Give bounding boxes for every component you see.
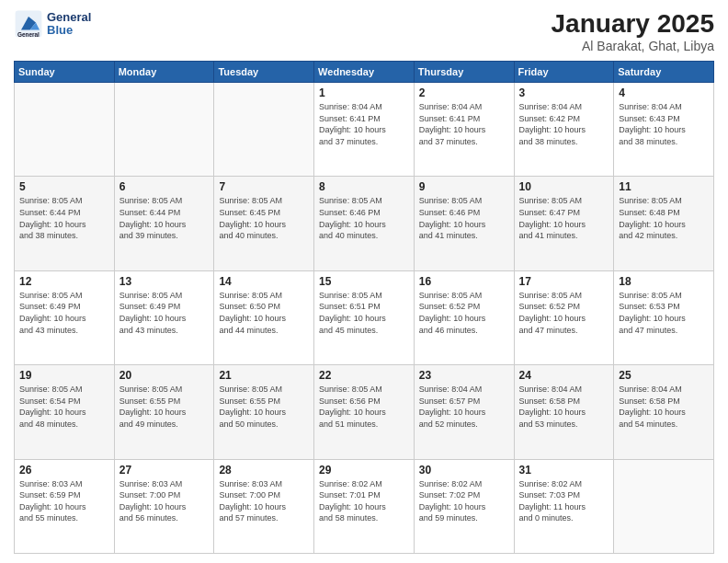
calendar-cell: 8Sunrise: 8:05 AM Sunset: 6:46 PM Daylig…: [314, 177, 415, 270]
calendar-cell: 3Sunrise: 8:04 AM Sunset: 6:42 PM Daylig…: [514, 83, 614, 177]
day-number: 9: [419, 180, 509, 193]
day-number: 21: [219, 369, 309, 382]
calendar-cell: 2Sunrise: 8:04 AM Sunset: 6:41 PM Daylig…: [414, 83, 514, 177]
day-info: Sunrise: 8:05 AM Sunset: 6:51 PM Dayligh…: [319, 290, 409, 336]
day-number: 8: [319, 180, 409, 193]
calendar-cell: 27Sunrise: 8:03 AM Sunset: 7:00 PM Dayli…: [114, 459, 214, 553]
day-number: 23: [419, 369, 509, 382]
calendar-cell: 21Sunrise: 8:05 AM Sunset: 6:55 PM Dayli…: [214, 365, 314, 459]
day-number: 26: [19, 464, 109, 477]
logo-text-line2: Blue: [47, 24, 91, 37]
day-number: 6: [119, 180, 210, 193]
calendar-cell: 15Sunrise: 8:05 AM Sunset: 6:51 PM Dayli…: [314, 270, 415, 364]
day-number: 19: [19, 369, 109, 382]
day-info: Sunrise: 8:03 AM Sunset: 7:00 PM Dayligh…: [219, 478, 309, 524]
calendar-cell: 10Sunrise: 8:05 AM Sunset: 6:47 PM Dayli…: [514, 177, 614, 270]
calendar-header-monday: Monday: [114, 62, 214, 83]
calendar-cell: 4Sunrise: 8:04 AM Sunset: 6:43 PM Daylig…: [614, 83, 714, 177]
calendar-cell: 7Sunrise: 8:05 AM Sunset: 6:45 PM Daylig…: [214, 177, 314, 270]
day-number: 4: [619, 86, 709, 99]
title-block: January 2025 Al Barakat, Ghat, Libya: [552, 9, 714, 53]
calendar-cell: [15, 83, 115, 177]
day-info: Sunrise: 8:05 AM Sunset: 6:44 PM Dayligh…: [19, 195, 109, 241]
day-info: Sunrise: 8:04 AM Sunset: 6:57 PM Dayligh…: [419, 384, 509, 430]
day-number: 1: [319, 86, 409, 99]
day-info: Sunrise: 8:02 AM Sunset: 7:01 PM Dayligh…: [319, 478, 409, 524]
day-info: Sunrise: 8:05 AM Sunset: 6:50 PM Dayligh…: [219, 290, 309, 336]
calendar-cell: [614, 459, 714, 553]
day-info: Sunrise: 8:05 AM Sunset: 6:49 PM Dayligh…: [19, 290, 109, 336]
calendar-week-2: 5Sunrise: 8:05 AM Sunset: 6:44 PM Daylig…: [15, 177, 714, 270]
day-info: Sunrise: 8:05 AM Sunset: 6:47 PM Dayligh…: [519, 195, 609, 241]
calendar-cell: 28Sunrise: 8:03 AM Sunset: 7:00 PM Dayli…: [214, 459, 314, 553]
calendar-cell: 16Sunrise: 8:05 AM Sunset: 6:52 PM Dayli…: [414, 270, 514, 364]
calendar-header-friday: Friday: [514, 62, 614, 83]
day-info: Sunrise: 8:05 AM Sunset: 6:46 PM Dayligh…: [419, 195, 509, 241]
day-number: 25: [619, 369, 709, 382]
day-info: Sunrise: 8:05 AM Sunset: 6:56 PM Dayligh…: [319, 384, 409, 430]
calendar-header-thursday: Thursday: [414, 62, 514, 83]
day-number: 31: [519, 464, 609, 477]
day-number: 3: [519, 86, 609, 99]
calendar-week-4: 19Sunrise: 8:05 AM Sunset: 6:54 PM Dayli…: [15, 365, 714, 459]
calendar-header-tuesday: Tuesday: [214, 62, 314, 83]
calendar-cell: 25Sunrise: 8:04 AM Sunset: 6:58 PM Dayli…: [614, 365, 714, 459]
day-info: Sunrise: 8:02 AM Sunset: 7:02 PM Dayligh…: [419, 478, 509, 524]
day-info: Sunrise: 8:05 AM Sunset: 6:46 PM Dayligh…: [319, 195, 409, 241]
logo-icon: General: [14, 9, 43, 39]
day-number: 5: [19, 180, 109, 193]
day-info: Sunrise: 8:05 AM Sunset: 6:55 PM Dayligh…: [219, 384, 309, 430]
day-number: 12: [19, 275, 109, 288]
day-info: Sunrise: 8:04 AM Sunset: 6:42 PM Dayligh…: [519, 101, 609, 147]
calendar-cell: 18Sunrise: 8:05 AM Sunset: 6:53 PM Dayli…: [614, 270, 714, 364]
day-info: Sunrise: 8:05 AM Sunset: 6:49 PM Dayligh…: [119, 290, 210, 336]
day-info: Sunrise: 8:03 AM Sunset: 6:59 PM Dayligh…: [19, 478, 109, 524]
calendar-cell: 24Sunrise: 8:04 AM Sunset: 6:58 PM Dayli…: [514, 365, 614, 459]
day-number: 7: [219, 180, 309, 193]
calendar-cell: 17Sunrise: 8:05 AM Sunset: 6:52 PM Dayli…: [514, 270, 614, 364]
calendar-cell: 12Sunrise: 8:05 AM Sunset: 6:49 PM Dayli…: [15, 270, 115, 364]
calendar-cell: 26Sunrise: 8:03 AM Sunset: 6:59 PM Dayli…: [15, 459, 115, 553]
day-info: Sunrise: 8:04 AM Sunset: 6:41 PM Dayligh…: [319, 101, 409, 147]
logo: General General Blue: [14, 9, 91, 39]
calendar-cell: 5Sunrise: 8:05 AM Sunset: 6:44 PM Daylig…: [15, 177, 115, 270]
calendar-cell: 30Sunrise: 8:02 AM Sunset: 7:02 PM Dayli…: [414, 459, 514, 553]
day-info: Sunrise: 8:04 AM Sunset: 6:58 PM Dayligh…: [519, 384, 609, 430]
day-number: 15: [319, 275, 409, 288]
calendar-header-wednesday: Wednesday: [314, 62, 415, 83]
calendar-cell: 1Sunrise: 8:04 AM Sunset: 6:41 PM Daylig…: [314, 83, 415, 177]
calendar-cell: [114, 83, 214, 177]
day-number: 2: [419, 86, 509, 99]
calendar-cell: 23Sunrise: 8:04 AM Sunset: 6:57 PM Dayli…: [414, 365, 514, 459]
day-info: Sunrise: 8:04 AM Sunset: 6:58 PM Dayligh…: [619, 384, 709, 430]
day-info: Sunrise: 8:04 AM Sunset: 6:43 PM Dayligh…: [619, 101, 709, 147]
day-number: 18: [619, 275, 709, 288]
calendar-cell: 31Sunrise: 8:02 AM Sunset: 7:03 PM Dayli…: [514, 459, 614, 553]
calendar-week-1: 1Sunrise: 8:04 AM Sunset: 6:41 PM Daylig…: [15, 83, 714, 177]
day-number: 27: [119, 464, 210, 477]
calendar-cell: 29Sunrise: 8:02 AM Sunset: 7:01 PM Dayli…: [314, 459, 415, 553]
subtitle: Al Barakat, Ghat, Libya: [552, 39, 714, 53]
calendar-cell: 22Sunrise: 8:05 AM Sunset: 6:56 PM Dayli…: [314, 365, 415, 459]
day-info: Sunrise: 8:05 AM Sunset: 6:45 PM Dayligh…: [219, 195, 309, 241]
day-number: 24: [519, 369, 609, 382]
svg-text:General: General: [17, 31, 40, 38]
page: General General Blue January 2025 Al Bar…: [0, 0, 728, 563]
logo-text-line1: General: [47, 11, 91, 24]
calendar-cell: 6Sunrise: 8:05 AM Sunset: 6:44 PM Daylig…: [114, 177, 214, 270]
day-number: 13: [119, 275, 210, 288]
day-number: 20: [119, 369, 210, 382]
day-info: Sunrise: 8:05 AM Sunset: 6:53 PM Dayligh…: [619, 290, 709, 336]
calendar-week-5: 26Sunrise: 8:03 AM Sunset: 6:59 PM Dayli…: [15, 459, 714, 553]
day-info: Sunrise: 8:05 AM Sunset: 6:52 PM Dayligh…: [519, 290, 609, 336]
calendar-cell: 14Sunrise: 8:05 AM Sunset: 6:50 PM Dayli…: [214, 270, 314, 364]
day-info: Sunrise: 8:05 AM Sunset: 6:44 PM Dayligh…: [119, 195, 210, 241]
day-number: 14: [219, 275, 309, 288]
day-info: Sunrise: 8:05 AM Sunset: 6:55 PM Dayligh…: [119, 384, 210, 430]
day-number: 28: [219, 464, 309, 477]
day-info: Sunrise: 8:05 AM Sunset: 6:54 PM Dayligh…: [19, 384, 109, 430]
day-info: Sunrise: 8:05 AM Sunset: 6:52 PM Dayligh…: [419, 290, 509, 336]
header: General General Blue January 2025 Al Bar…: [14, 9, 714, 53]
calendar-header-saturday: Saturday: [614, 62, 714, 83]
day-info: Sunrise: 8:03 AM Sunset: 7:00 PM Dayligh…: [119, 478, 210, 524]
